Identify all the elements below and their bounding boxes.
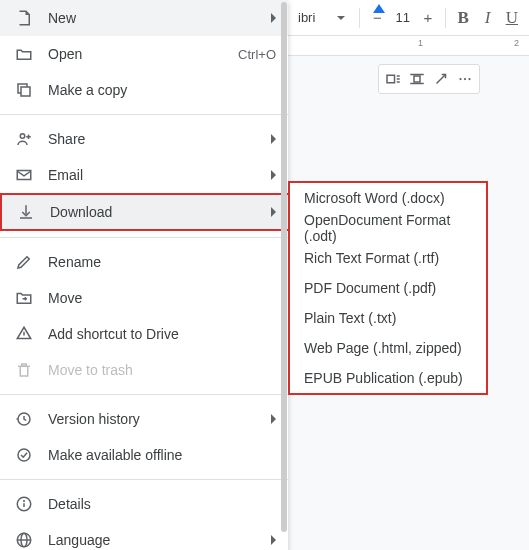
- menu-item-offline[interactable]: Make available offline: [0, 437, 288, 473]
- wrap-text-icon[interactable]: [405, 67, 429, 91]
- submenu-label: PDF Document (.pdf): [304, 280, 436, 296]
- menu-item-language[interactable]: Language: [0, 522, 288, 550]
- menu-label: Make a copy: [48, 82, 276, 98]
- menu-item-rename[interactable]: Rename: [0, 244, 288, 280]
- pencil-icon: [14, 252, 34, 272]
- menu-item-version-history[interactable]: Version history: [0, 401, 288, 437]
- svg-point-9: [468, 78, 470, 80]
- submenu-item-txt[interactable]: Plain Text (.txt): [290, 303, 486, 333]
- menu-separator: [0, 394, 288, 395]
- bold-button[interactable]: B: [452, 6, 474, 30]
- submenu-label: OpenDocument Format (.odt): [304, 212, 472, 244]
- menu-separator: [0, 237, 288, 238]
- svg-point-8: [464, 78, 466, 80]
- person-add-icon: [14, 129, 34, 149]
- underline-button[interactable]: U: [501, 6, 523, 30]
- ruler-tick: 1: [418, 38, 423, 48]
- menu-item-move-trash: Move to trash: [0, 352, 288, 388]
- menu-label: Details: [48, 496, 276, 512]
- formatting-toolbar: ibri − 11 + B I U: [288, 0, 529, 36]
- download-icon: [16, 202, 36, 222]
- submenu-arrow-icon: [271, 207, 276, 217]
- indent-marker-icon[interactable]: [373, 4, 385, 13]
- download-submenu: Microsoft Word (.docx) OpenDocument Form…: [288, 181, 488, 395]
- menu-label: New: [48, 10, 263, 26]
- submenu-label: EPUB Publication (.epub): [304, 370, 463, 386]
- submenu-arrow-icon: [271, 535, 276, 545]
- menu-label: Email: [48, 167, 263, 183]
- submenu-label: Plain Text (.txt): [304, 310, 396, 326]
- menu-separator: [0, 114, 288, 115]
- menu-label: Rename: [48, 254, 276, 270]
- menu-label: Move: [48, 290, 276, 306]
- break-text-icon[interactable]: [429, 67, 453, 91]
- mail-icon: [14, 165, 34, 185]
- menu-label: Download: [50, 204, 263, 220]
- submenu-label: Web Page (.html, zipped): [304, 340, 462, 356]
- toolbar-separator: [359, 8, 360, 28]
- submenu-item-html[interactable]: Web Page (.html, zipped): [290, 333, 486, 363]
- svg-rect-4: [414, 76, 420, 82]
- menu-item-download[interactable]: Download: [0, 193, 288, 231]
- offline-icon: [14, 445, 34, 465]
- menu-scrollbar[interactable]: [281, 2, 287, 532]
- file-menu: New Open Ctrl+O Make a copy Share Email: [0, 0, 288, 550]
- menu-label: Version history: [48, 411, 263, 427]
- history-icon: [14, 409, 34, 429]
- menu-label: Add shortcut to Drive: [48, 326, 276, 342]
- submenu-arrow-icon: [271, 170, 276, 180]
- menu-label: Share: [48, 131, 263, 147]
- copy-icon: [14, 80, 34, 100]
- svg-point-7: [459, 78, 461, 80]
- inline-image-icon[interactable]: [381, 67, 405, 91]
- menu-item-add-shortcut[interactable]: Add shortcut to Drive: [0, 316, 288, 352]
- menu-label: Open: [48, 46, 238, 62]
- document-icon: [14, 8, 34, 28]
- drive-shortcut-icon: [14, 324, 34, 344]
- menu-item-share[interactable]: Share: [0, 121, 288, 157]
- submenu-label: Rich Text Format (.rtf): [304, 250, 439, 266]
- submenu-arrow-icon: [271, 414, 276, 424]
- svg-point-11: [20, 134, 25, 139]
- font-family-select[interactable]: ibri: [294, 10, 333, 25]
- submenu-item-epub[interactable]: EPUB Publication (.epub): [290, 363, 486, 393]
- ruler-tick: 2: [514, 38, 519, 48]
- submenu-arrow-icon: [271, 13, 276, 23]
- menu-item-move[interactable]: Move: [0, 280, 288, 316]
- svg-point-21: [24, 501, 25, 502]
- svg-point-18: [18, 449, 30, 461]
- italic-button[interactable]: I: [476, 6, 498, 30]
- menu-label: Move to trash: [48, 362, 276, 378]
- submenu-label: Microsoft Word (.docx): [304, 190, 445, 206]
- folder-open-icon: [14, 44, 34, 64]
- submenu-item-docx[interactable]: Microsoft Word (.docx): [290, 183, 486, 213]
- menu-shortcut: Ctrl+O: [238, 47, 276, 62]
- submenu-item-odt[interactable]: OpenDocument Format (.odt): [290, 213, 486, 243]
- menu-separator: [0, 479, 288, 480]
- submenu-arrow-icon: [271, 134, 276, 144]
- globe-icon: [14, 530, 34, 550]
- menu-item-new[interactable]: New: [0, 0, 288, 36]
- folder-move-icon: [14, 288, 34, 308]
- increase-font-button[interactable]: +: [417, 6, 439, 30]
- menu-label: Make available offline: [48, 447, 276, 463]
- font-size-input[interactable]: 11: [391, 10, 415, 25]
- menu-item-make-copy[interactable]: Make a copy: [0, 72, 288, 108]
- image-options-toolbar: [378, 64, 480, 94]
- horizontal-ruler: 1 2: [288, 36, 529, 56]
- svg-rect-0: [387, 75, 395, 83]
- submenu-item-rtf[interactable]: Rich Text Format (.rtf): [290, 243, 486, 273]
- svg-rect-10: [21, 87, 30, 96]
- toolbar-separator: [445, 8, 446, 28]
- menu-item-email[interactable]: Email: [0, 157, 288, 193]
- menu-label: Language: [48, 532, 263, 548]
- submenu-item-pdf[interactable]: PDF Document (.pdf): [290, 273, 486, 303]
- chevron-down-icon[interactable]: [337, 16, 345, 20]
- menu-item-open[interactable]: Open Ctrl+O: [0, 36, 288, 72]
- trash-icon: [14, 360, 34, 380]
- menu-item-details[interactable]: Details: [0, 486, 288, 522]
- more-options-icon[interactable]: [453, 67, 477, 91]
- info-icon: [14, 494, 34, 514]
